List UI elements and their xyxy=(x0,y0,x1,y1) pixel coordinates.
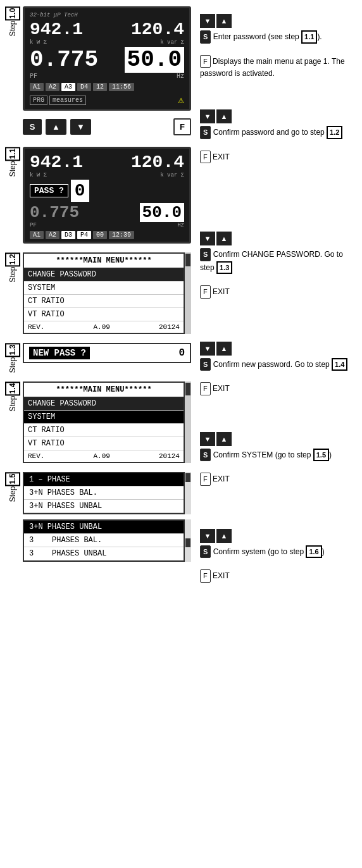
step-ref-1-2: 1.2 xyxy=(327,126,342,139)
phase-item-3unbal[interactable]: 3 PHASES UNBAL xyxy=(24,547,184,561)
lcd-prg-btn: PRG xyxy=(30,96,47,105)
nav-up-btn-1-3[interactable]: ▲ xyxy=(216,342,232,356)
key-box-1-0: 1.1 xyxy=(301,30,317,44)
menu-rev-ver: A.09 xyxy=(93,323,109,331)
key-f-1-2: F xyxy=(200,285,211,299)
lcd11-val1: 942.1 xyxy=(30,152,83,172)
key-f-1-0: F xyxy=(200,55,211,68)
step-1-1: Step 1.1 942.1 120.4 k W Σ k var Σ PASS … xyxy=(5,147,191,244)
nav-up-btn-1-2[interactable]: ▲ xyxy=(216,232,232,245)
btn-s[interactable]: S xyxy=(23,119,42,135)
lcd11-pass-label: PASS ? xyxy=(30,184,68,197)
lcd-val1: 942.1 xyxy=(30,20,83,39)
lcd-tab-d4: D4 xyxy=(77,83,91,91)
nav-up-btn-1-1[interactable]: ▲ xyxy=(216,109,232,123)
key-f-1-5: F xyxy=(200,569,211,583)
lcd11-val2: 120.4 xyxy=(131,152,184,172)
step-1-4: Step 1.4 ******MAIN MENU****** CHANGE PA… xyxy=(5,381,191,463)
step-ref-1-3: 1.3 xyxy=(216,261,232,275)
key-f-1-3: F xyxy=(200,382,211,395)
btn-up[interactable]: ▲ xyxy=(46,119,66,135)
right-section-1-0: ▼ ▲ S Enter password (see step 1.1). F D… xyxy=(200,6,358,79)
lcd-val3: 0.775 xyxy=(30,47,98,73)
step-ref-1-4: 1.4 xyxy=(332,358,347,371)
nav-down-btn-1-4[interactable]: ▼ xyxy=(200,432,215,446)
lcd-screen-1-1: 942.1 120.4 k W Σ k var Σ PASS ? 0 0.775… xyxy=(23,147,191,244)
lcd-units1: k W Σ xyxy=(30,39,47,46)
phase-screen-1: 1 – PHASE 3+N PHASES BAL. 3+N PHASES UNB… xyxy=(23,472,191,514)
key-f-1-1: F xyxy=(200,151,211,164)
phase-item-3nunbal[interactable]: 3+N PHASES UNBAL xyxy=(24,500,184,513)
menu-item-vt-ratio[interactable]: VT RATIO xyxy=(24,308,184,321)
lcd-sub1: PF xyxy=(30,73,37,80)
step-label-1-1: Step 1.1 xyxy=(5,147,20,177)
menu-rev-label: REV. xyxy=(28,323,44,331)
lcd11-tab-p4: P4 xyxy=(77,231,91,239)
lcd11-val3: 0.775 xyxy=(30,203,79,222)
nav-down-btn-1-1[interactable]: ▼ xyxy=(200,109,215,123)
step-1-0: Step 1.0 32-bit μP TecH 942.1 120.4 k W … xyxy=(5,6,191,138)
new-pass-val: 0 xyxy=(178,347,185,359)
lcd11-tab-a1: A1 xyxy=(30,231,44,239)
key-s-1-5: S xyxy=(200,545,211,559)
step-1-5: Step 1.5 1 – PHASE 3+N PHASES BAL. 3+N P… xyxy=(5,472,191,562)
lcd-tab-a3: A3 xyxy=(61,83,75,91)
step-label-1-4: Step 1.4 xyxy=(5,381,20,411)
phase-screen-2: 3+N PHASES UNBAL 3 PHASES BAL. 3 PHASES … xyxy=(23,519,191,562)
nav-up-btn-1-4[interactable]: ▲ xyxy=(216,432,232,446)
right-text-1-1: S Confirm password and go to step 1.2 F … xyxy=(200,126,358,163)
step-label-1-5: Step 1.5 xyxy=(5,472,20,502)
btn-down[interactable]: ▼ xyxy=(70,119,91,135)
step-label-1-3: Step 1.3 xyxy=(5,343,20,373)
lcd-screen-1-0: 32-bit μP TecH 942.1 120.4 k W Σ k var Σ… xyxy=(23,6,191,111)
menu-footer-1-4: REV. A.09 20124 xyxy=(24,450,184,462)
menu-item-ct-ratio[interactable]: CT RATIO xyxy=(24,295,184,308)
lcd11-tab-d3: D3 xyxy=(61,231,75,239)
menu-item-change-password[interactable]: CHANGE PASSWORD xyxy=(24,268,184,282)
step-ref-1-6: 1.6 xyxy=(306,545,321,559)
lcd-units2: k var Σ xyxy=(160,39,184,46)
menu-item-system[interactable]: SYSTEM xyxy=(24,282,184,295)
phase-item-3bal[interactable]: 3 PHASES BAL. xyxy=(24,534,184,547)
nav-down-btn-1-0[interactable]: ▼ xyxy=(200,14,215,28)
scrollbar-thumb-1-2 xyxy=(185,254,190,266)
key-s-1-2: S xyxy=(200,248,211,261)
nav-up-btn-1-5[interactable]: ▲ xyxy=(216,529,232,543)
phase-item-3nunbal2[interactable]: 3+N PHASES UNBAL xyxy=(24,521,184,534)
menu-item-14-vt-ratio[interactable]: VT RATIO xyxy=(24,437,184,450)
right-section-1-5: ▼ ▲ S Confirm system (go to step 1.6) F … xyxy=(200,524,358,583)
lcd11-pass-val: 0 xyxy=(71,180,89,202)
lcd11-tab-00: 00 xyxy=(93,231,107,239)
nav-down-btn-1-3[interactable]: ▼ xyxy=(200,342,215,356)
lcd11-tab-time: 12:39 xyxy=(109,231,134,239)
lcd-sub2: Hz xyxy=(177,73,184,80)
right-text-1-5: S Confirm system (go to step 1.6) F EXIT xyxy=(200,545,358,583)
right-section-1-4: ▼ ▲ S Confirm SYSTEM (go to step 1.5) F … xyxy=(200,427,358,486)
lcd11-tab-a2: A2 xyxy=(46,231,59,239)
right-section-1-2: ▼ ▲ S Confirm CHANGE PASSWORD. Go to ste… xyxy=(200,226,358,299)
phase-scrollbar-1 xyxy=(185,473,190,482)
btn-f[interactable]: F xyxy=(173,118,191,135)
menu-item-14-system[interactable]: SYSTEM xyxy=(24,411,184,424)
step-1-2: Step 1.2 ******MAIN MENU****** CHANGE PA… xyxy=(5,252,191,334)
nav-down-btn-1-5[interactable]: ▼ xyxy=(200,529,215,543)
key-s-1-4: S xyxy=(200,449,211,462)
lcd11-sub1: PF xyxy=(30,222,37,228)
scrollbar-thumb-1-4 xyxy=(185,383,190,395)
lcd11-val4: 50.0 xyxy=(140,203,184,222)
new-pass-label: NEW PASS ? xyxy=(29,347,90,359)
menu-item-14-ct-ratio[interactable]: CT RATIO xyxy=(24,424,184,437)
nav-down-btn-1-2[interactable]: ▼ xyxy=(200,232,215,245)
menu-item-14-change-password[interactable]: CHANGE PASSWORD xyxy=(24,397,184,411)
phase-item-1phase[interactable]: 1 – PHASE xyxy=(24,473,184,487)
lcd-tab-a1: A1 xyxy=(30,83,44,91)
menu-footer-1-2: REV. A.09 20124 xyxy=(24,321,184,333)
right-section-1-3: ▼ ▲ S Confirm new password. Go to step 1… xyxy=(200,337,358,395)
right-text-1-4: S Confirm SYSTEM (go to step 1.5) F EXIT xyxy=(200,449,358,486)
phase-item-3nbal[interactable]: 3+N PHASES BAL. xyxy=(24,487,184,500)
nav-up-btn-1-0[interactable]: ▲ xyxy=(216,14,232,28)
new-pass-field: NEW PASS ? 0 xyxy=(23,343,191,363)
key-s-1-0: S xyxy=(200,30,211,44)
menu-title-1-4: ******MAIN MENU****** xyxy=(24,383,184,397)
lcd11-units1: k W Σ xyxy=(30,172,47,178)
